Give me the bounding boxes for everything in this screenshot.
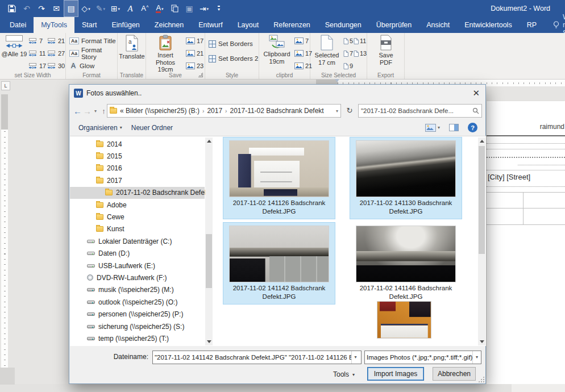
scroll-up-icon[interactable]: [205, 137, 213, 145]
tree-item[interactable]: 2016: [70, 162, 205, 174]
set-borders-2-button[interactable]: Set Borders 2: [209, 52, 258, 65]
file-thumbnail[interactable]: 2017-11-02 141146 Badschrank Defekt.JPG: [350, 223, 462, 304]
page-size-button[interactable]: 13: [354, 47, 367, 60]
scroll-up-icon[interactable]: [478, 137, 485, 145]
history-dropdown-icon[interactable]: ▾: [92, 109, 99, 114]
file-thumbnail[interactable]: 2017-11-02 141142 Badschrank Defekt.JPG: [223, 223, 335, 304]
help-icon[interactable]: ?: [468, 123, 477, 132]
paste-icon[interactable]: [167, 0, 182, 17]
filetype-select[interactable]: Images Photos (*.jpg;*.png;*.tiff;*.gif)…: [364, 351, 481, 364]
scrollbar-thumb[interactable]: [479, 146, 485, 254]
ribbon-tab[interactable]: MyTools: [34, 17, 74, 33]
save-pdf-button[interactable]: Save PDF: [374, 35, 398, 66]
table-icon[interactable]: ⊞▾: [108, 0, 123, 17]
picture-icon[interactable]: ▣: [182, 0, 197, 17]
photo-size-button[interactable]: 7: [294, 35, 312, 47]
set-width-button[interactable]: 17: [28, 60, 47, 72]
file-thumbnail[interactable]: 2017-11-02 141130 Badschrank Defekt.JPG: [350, 137, 462, 219]
ribbon-tab[interactable]: Überprüfen: [369, 17, 419, 33]
tree-item[interactable]: 2017-11-02 Badschrank Defekt: [70, 187, 205, 199]
filename-input[interactable]: "2017-11-02 141142 Badschrank Defekt.JPG…: [152, 351, 362, 364]
page-size-button[interactable]: 7: [343, 47, 354, 60]
mail-icon[interactable]: ✉: [49, 0, 64, 17]
organize-button[interactable]: Organisieren▾: [78, 124, 122, 132]
export-icon[interactable]: ⇥▾: [197, 0, 211, 17]
glow-button[interactable]: AGlow: [69, 60, 117, 72]
customize-qat-icon[interactable]: ▾: [211, 0, 226, 17]
ribbon-tab[interactable]: Start: [74, 17, 104, 33]
refresh-icon[interactable]: ↻: [343, 104, 356, 118]
indent-marker[interactable]: [335, 79, 339, 82]
tree-scrollbar[interactable]: [205, 137, 213, 345]
tree-item[interactable]: 2014: [70, 138, 205, 150]
format-title-button[interactable]: AaFormat Title: [69, 35, 117, 47]
format-story-button[interactable]: AaFormat Story: [69, 47, 117, 60]
tree-item[interactable]: outlook (\\speicher25) (O:): [70, 296, 205, 308]
set-width-button[interactable]: 7: [28, 35, 47, 47]
ribbon-tab[interactable]: Zeichnen: [147, 17, 191, 33]
script-font-icon[interactable]: A: [123, 0, 138, 17]
ribbon-tab[interactable]: Referenzen: [266, 17, 318, 33]
import-images-button[interactable]: Import Images: [367, 367, 424, 381]
tree-item[interactable]: Daten (D:): [70, 248, 205, 260]
tree-item[interactable]: sicherung (\\speicher25) (S:): [70, 320, 205, 332]
breadcrumb-2017[interactable]: 2017: [207, 107, 222, 115]
vertical-ruler[interactable]: [1, 94, 8, 392]
views-button[interactable]: ▾: [425, 124, 440, 132]
scrollbar-thumb[interactable]: [206, 234, 212, 288]
save-icon[interactable]: [5, 0, 19, 17]
tree-item[interactable]: 2017: [70, 174, 205, 186]
file-list-scrollbar[interactable]: [478, 137, 485, 345]
address-dropdown-icon[interactable]: ▾: [336, 109, 338, 114]
cancel-button[interactable]: Abbrechen: [433, 367, 476, 381]
ribbon-tab[interactable]: Einfügen: [104, 17, 147, 33]
selected-17cm-button[interactable]: Selected 17 cm: [311, 35, 342, 66]
outline-view-icon[interactable]: ▤: [64, 0, 78, 17]
clipboard-19cm-button[interactable]: Clipboard 19cm: [260, 35, 293, 65]
set-borders-button[interactable]: Set Borders: [209, 37, 258, 50]
chevron-down-icon[interactable]: ▾: [472, 351, 480, 364]
tab-stop-selector[interactable]: L: [1, 81, 10, 90]
page-size-button[interactable]: 11: [354, 35, 367, 47]
ribbon-tab[interactable]: Ansicht: [419, 17, 457, 33]
undo-icon[interactable]: ↶: [19, 0, 34, 17]
tools-button[interactable]: Tools▾: [333, 368, 355, 381]
breadcrumb-current-folder[interactable]: 2017-11-02 Badschrank Defekt: [230, 107, 323, 115]
back-icon[interactable]: ←: [73, 106, 82, 116]
tree-item[interactable]: Lokaler Datenträger (C:): [70, 235, 205, 247]
page-size-button[interactable]: 5: [343, 35, 354, 47]
file-thumbnail[interactable]: [375, 301, 434, 339]
tree-item[interactable]: DVD-RW-Laufwerk (F:): [70, 272, 205, 283]
photo-size-button[interactable]: 17: [186, 35, 203, 47]
new-folder-button[interactable]: Neuer Ordner: [131, 124, 173, 132]
ribbon-tab[interactable]: Entwicklertools: [457, 17, 519, 33]
tree-item[interactable]: USB-Laufwerk (E:): [70, 260, 205, 272]
tree-item[interactable]: personen (\\speicher25) (P:): [70, 308, 205, 320]
address-bar[interactable]: « Bilder (\\speicher25) (B:) › 2017 › 20…: [107, 104, 341, 118]
forward-icon[interactable]: →: [82, 106, 92, 116]
close-icon[interactable]: ✕: [472, 85, 480, 102]
chevron-down-icon[interactable]: ▾: [351, 351, 359, 364]
font-color-icon[interactable]: A▾: [152, 0, 167, 17]
photo-size-button[interactable]: 17: [294, 47, 312, 60]
redo-icon[interactable]: ↷: [34, 0, 49, 17]
set-width-button[interactable]: 27: [47, 47, 65, 60]
preview-pane-button[interactable]: [449, 124, 459, 131]
photo-size-button[interactable]: 21: [186, 47, 203, 60]
scroll-down-icon[interactable]: [478, 338, 485, 345]
page-size-button[interactable]: 9: [343, 60, 354, 72]
tell-me[interactable]: Was möchten Sie tun?: [553, 17, 565, 33]
ink-icon[interactable]: ✎▾: [93, 0, 108, 17]
breadcrumb-root[interactable]: « Bilder (\\speicher25) (B:): [120, 107, 200, 115]
photo-size-button[interactable]: 21: [294, 60, 312, 72]
ribbon-tab[interactable]: Sendungen: [318, 17, 369, 33]
tree-item[interactable]: Cewe: [70, 211, 205, 223]
insert-photos-button[interactable]: Insert Photos 19cm: [147, 35, 184, 73]
set-width-button[interactable]: 21: [47, 35, 65, 47]
ribbon-tab[interactable]: Datei: [2, 17, 34, 33]
set-width-button[interactable]: 30: [47, 60, 65, 72]
scroll-down-icon[interactable]: [205, 338, 213, 345]
tree-item[interactable]: Adobe: [70, 199, 205, 211]
grow-font-icon[interactable]: A˄: [138, 0, 152, 17]
photo-size-button[interactable]: 23: [186, 60, 203, 72]
